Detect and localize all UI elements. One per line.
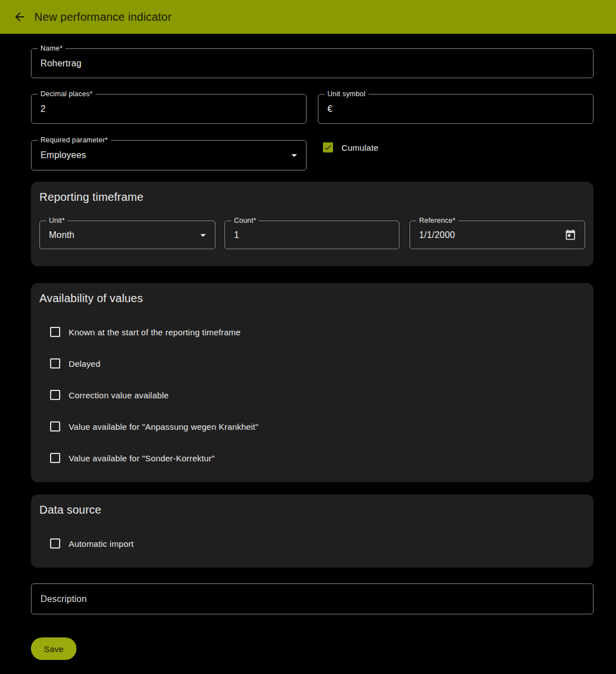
decimal-places-field[interactable]: Decimal places* 2 bbox=[31, 94, 307, 124]
correction-value-checkbox[interactable] bbox=[50, 390, 60, 400]
count-field[interactable]: Count* 1 bbox=[224, 221, 399, 249]
known-at-start-checkbox[interactable] bbox=[50, 327, 60, 337]
unit-select[interactable]: Unit* Month bbox=[39, 221, 215, 249]
reporting-timeframe-card: Reporting timeframe Unit* Month Count* 1… bbox=[31, 182, 593, 266]
required-parameter-value: Employees bbox=[41, 150, 86, 160]
decimal-places-value: 2 bbox=[41, 104, 46, 114]
availability-option-row[interactable]: Value available for "Sonder-Korrektur" bbox=[50, 453, 215, 463]
unit-label: Unit* bbox=[46, 216, 68, 226]
availability-option-row[interactable]: Value available for "Anpassung wegen Kra… bbox=[50, 421, 258, 432]
save-button[interactable]: Save bbox=[31, 637, 77, 660]
required-parameter-label: Required parameter* bbox=[38, 136, 111, 145]
count-value: 1 bbox=[234, 230, 239, 240]
unit-value: Month bbox=[49, 230, 74, 240]
unit-symbol-label: Unit symbol bbox=[325, 89, 368, 99]
availability-option-row[interactable]: Delayed bbox=[50, 358, 100, 369]
reporting-timeframe-title: Reporting timeframe bbox=[39, 191, 143, 204]
data-source-card: Data source Automatic import bbox=[31, 495, 593, 568]
availability-of-values-title: Availability of values bbox=[39, 292, 143, 305]
dropdown-arrow-icon bbox=[200, 234, 206, 237]
reference-value: 1/1/2000 bbox=[419, 230, 455, 240]
delayed-label[interactable]: Delayed bbox=[69, 359, 100, 369]
reference-label: Reference* bbox=[416, 216, 458, 226]
availability-option-row[interactable]: Correction value available bbox=[50, 390, 169, 400]
cumulate-checkbox-row[interactable]: Cumulate bbox=[323, 142, 379, 152]
count-label: Count* bbox=[231, 216, 259, 226]
name-field[interactable]: Name* Rohertrag bbox=[31, 48, 593, 78]
reference-date-field[interactable]: Reference* 1/1/2000 bbox=[410, 221, 585, 249]
dropdown-arrow-icon bbox=[291, 154, 297, 157]
unit-symbol-value: € bbox=[327, 104, 332, 114]
page-title: New performance indicator bbox=[34, 11, 172, 24]
correction-value-label[interactable]: Correction value available bbox=[69, 390, 169, 400]
required-parameter-select[interactable]: Required parameter* Employees bbox=[31, 140, 307, 170]
availability-of-values-card: Availability of values Known at the star… bbox=[31, 283, 593, 482]
description-label: Description bbox=[41, 594, 87, 604]
cumulate-label[interactable]: Cumulate bbox=[341, 143, 379, 152]
known-at-start-label[interactable]: Known at the start of the reporting time… bbox=[69, 327, 241, 337]
cumulate-checkbox[interactable] bbox=[323, 142, 333, 152]
back-arrow-icon[interactable] bbox=[12, 10, 27, 24]
sonder-korrektur-label[interactable]: Value available for "Sonder-Korrektur" bbox=[69, 453, 215, 463]
description-field[interactable]: Description bbox=[31, 583, 593, 614]
unit-symbol-field[interactable]: Unit symbol € bbox=[318, 94, 593, 124]
availability-option-row[interactable]: Known at the start of the reporting time… bbox=[50, 327, 241, 337]
anpassung-wegen-krankheit-checkbox[interactable] bbox=[50, 421, 60, 432]
data-source-title: Data source bbox=[39, 504, 101, 516]
automatic-import-label[interactable]: Automatic import bbox=[69, 539, 134, 549]
name-field-label: Name* bbox=[38, 44, 65, 53]
sonder-korrektur-checkbox[interactable] bbox=[50, 453, 60, 463]
automatic-import-checkbox[interactable] bbox=[50, 538, 60, 549]
anpassung-wegen-krankheit-label[interactable]: Value available for "Anpassung wegen Kra… bbox=[69, 422, 258, 432]
name-field-value: Rohertrag bbox=[41, 59, 82, 69]
calendar-icon[interactable] bbox=[562, 227, 579, 244]
app-bar: New performance indicator bbox=[0, 0, 616, 34]
data-source-option-row[interactable]: Automatic import bbox=[50, 538, 134, 549]
decimal-places-label: Decimal places* bbox=[38, 89, 96, 99]
delayed-checkbox[interactable] bbox=[50, 358, 60, 369]
